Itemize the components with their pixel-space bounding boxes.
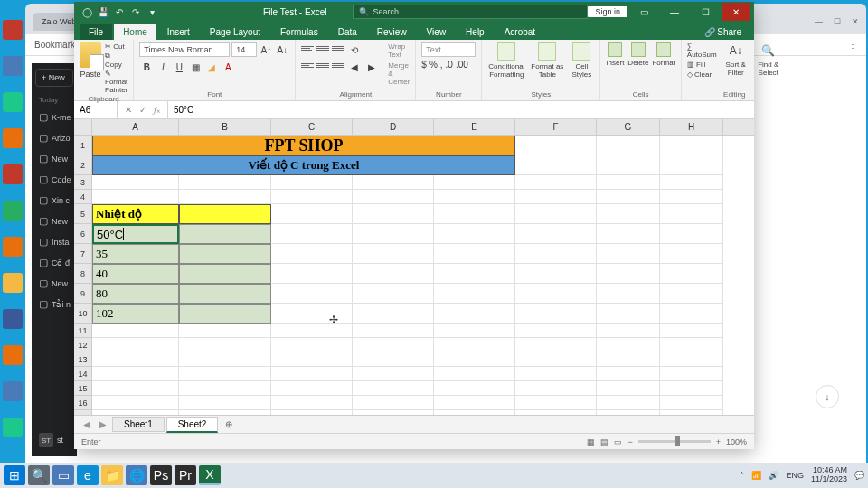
cell-a7[interactable]: 35	[92, 244, 179, 264]
select-all-button[interactable]	[74, 119, 91, 136]
row-header[interactable]: 8	[74, 264, 91, 284]
tray-lang[interactable]: ENG	[786, 471, 804, 480]
cancel-formula-icon[interactable]: ✕	[125, 105, 132, 115]
cell[interactable]	[353, 224, 434, 244]
row-header[interactable]: 3	[74, 175, 91, 190]
insert-cells-button[interactable]: Insert	[606, 42, 624, 67]
row-header[interactable]: 16	[74, 396, 91, 410]
tray-wifi-icon[interactable]: 📶	[751, 471, 761, 480]
align-left-icon[interactable]	[301, 60, 314, 70]
taskbar-search-icon[interactable]: 🔍	[28, 465, 50, 485]
cell[interactable]	[597, 155, 660, 175]
desktop-icon[interactable]	[3, 273, 23, 293]
sidebar-item[interactable]: ▢New	[35, 211, 73, 230]
italic-button[interactable]: I	[156, 60, 170, 74]
cell-b10[interactable]	[179, 304, 271, 324]
autosum-button[interactable]: ∑ AutoSum	[687, 42, 717, 59]
cell[interactable]	[660, 136, 723, 155]
find-select-button[interactable]: 🔍Find & Select	[755, 42, 782, 79]
sidebar-item[interactable]: ▢New	[35, 149, 73, 168]
col-header[interactable]: D	[353, 119, 434, 135]
view-break-icon[interactable]: ▭	[614, 437, 622, 446]
number-format-select[interactable]: Text	[421, 42, 476, 57]
cell[interactable]	[660, 155, 723, 175]
cell[interactable]	[353, 264, 434, 284]
cell-b5[interactable]	[179, 204, 271, 224]
col-header[interactable]: A	[92, 119, 179, 135]
tab-review[interactable]: Review	[368, 24, 416, 40]
row-header[interactable]: 13	[74, 352, 91, 367]
qat-dropdown-icon[interactable]: ▾	[146, 6, 157, 17]
fill-button[interactable]: ▥ Fill	[687, 61, 717, 69]
cell[interactable]	[271, 284, 353, 304]
desktop-icon[interactable]	[3, 201, 23, 221]
increase-font-icon[interactable]: A↑	[259, 42, 273, 57]
cell[interactable]	[271, 224, 353, 244]
cut-button[interactable]: Cut	[105, 42, 127, 51]
cell-b8[interactable]	[179, 264, 271, 284]
cell[interactable]	[353, 204, 434, 224]
font-color-button[interactable]: A	[221, 60, 235, 74]
desktop-icon[interactable]	[3, 164, 23, 184]
desktop-icon[interactable]	[3, 309, 23, 329]
cell[interactable]	[353, 190, 434, 204]
format-painter-button[interactable]: Format Painter	[105, 70, 127, 94]
cell[interactable]	[597, 244, 660, 264]
cell[interactable]	[92, 324, 179, 338]
sidebar-item[interactable]: ▢Tải n	[35, 295, 73, 314]
cell[interactable]	[271, 381, 353, 396]
cell[interactable]	[434, 352, 515, 367]
view-page-icon[interactable]: ▤	[600, 437, 609, 446]
row-header[interactable]: 9	[74, 284, 91, 304]
increase-decimal-icon[interactable]: .0	[446, 60, 453, 70]
row-header[interactable]: 7	[74, 244, 91, 264]
cell[interactable]	[353, 244, 434, 264]
cell[interactable]	[353, 304, 434, 324]
close-icon[interactable]: ✕	[722, 3, 750, 21]
cell[interactable]	[353, 175, 434, 190]
cell[interactable]	[434, 338, 515, 352]
currency-icon[interactable]: $	[421, 60, 427, 70]
cell[interactable]	[179, 352, 271, 367]
sidebar-item[interactable]: ▢K-me	[35, 108, 73, 127]
bold-button[interactable]: B	[139, 60, 154, 74]
row-header[interactable]: 6	[74, 224, 91, 244]
view-normal-icon[interactable]: ▦	[587, 437, 595, 446]
cell[interactable]	[597, 175, 660, 190]
enter-formula-icon[interactable]: ✓	[139, 105, 146, 115]
tab-home[interactable]: Home	[114, 24, 156, 40]
chrome-minimize-icon[interactable]: —	[815, 17, 823, 26]
desktop-icon[interactable]	[3, 418, 23, 437]
col-header[interactable]: F	[515, 119, 597, 135]
cell[interactable]	[515, 352, 597, 367]
tray-date[interactable]: 11/1/2023	[811, 475, 847, 484]
cell[interactable]	[660, 175, 723, 190]
cell[interactable]	[92, 175, 179, 190]
cell[interactable]	[353, 352, 434, 367]
row-header[interactable]: 1	[74, 136, 91, 155]
tab-file[interactable]: File	[80, 24, 112, 40]
cell[interactable]	[515, 284, 597, 304]
cell[interactable]	[271, 304, 353, 324]
zoom-slider[interactable]	[638, 440, 711, 443]
tab-acrobat[interactable]: Acrobat	[495, 24, 544, 40]
cell[interactable]	[660, 190, 723, 204]
merge-center-button[interactable]: Merge & Center	[388, 61, 410, 86]
cell[interactable]	[515, 190, 597, 204]
cell[interactable]	[660, 410, 723, 415]
taskbar-edge-icon[interactable]: e	[77, 465, 99, 485]
taskbar-app-icon[interactable]: 🌐	[126, 465, 147, 485]
font-name-select[interactable]: Times New Roman	[139, 42, 230, 57]
cell-b6[interactable]	[179, 224, 271, 244]
align-right-icon[interactable]	[332, 60, 344, 70]
signin-button[interactable]: Sign in	[588, 6, 627, 17]
increase-indent-icon[interactable]: ▶	[364, 60, 379, 74]
taskbar-excel-icon[interactable]: X	[199, 465, 221, 485]
cell[interactable]	[515, 410, 597, 415]
cell[interactable]	[660, 204, 723, 224]
cell[interactable]	[515, 338, 597, 352]
cell[interactable]	[271, 175, 353, 190]
cell-b9[interactable]	[179, 284, 271, 304]
cell[interactable]	[515, 367, 597, 381]
cell[interactable]	[92, 338, 179, 352]
